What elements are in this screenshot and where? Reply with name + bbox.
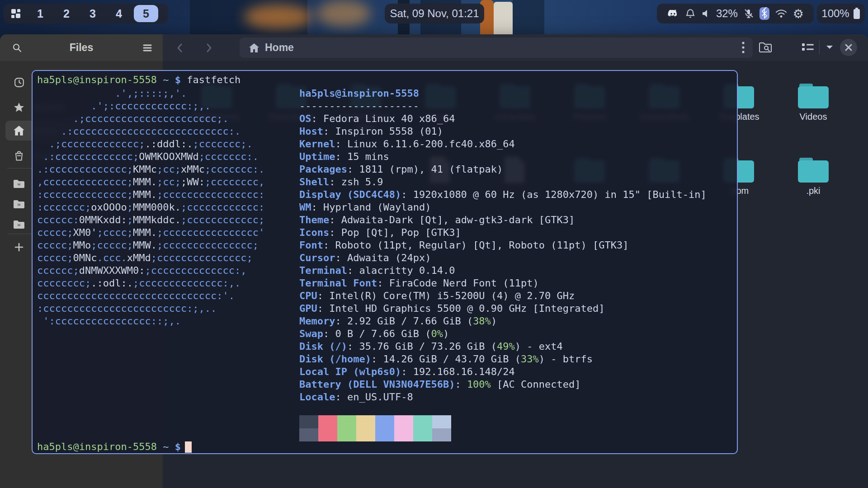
clock-label: Sat, 09 Nov, 01:21 [390, 7, 479, 20]
folder-icon [779, 83, 847, 109]
battery-icon [853, 8, 860, 19]
header-bar: Home [163, 34, 868, 61]
volume-icon[interactable] [702, 9, 711, 18]
toolbar-divider [819, 41, 820, 54]
battery-level: 100% [821, 7, 849, 20]
home-icon [249, 43, 259, 53]
palette-swatch-1 [299, 415, 318, 441]
terminal-prompt-line-2: ha5pls@inspiron-5558 ~ $ [37, 441, 192, 453]
palette-swatch-3 [337, 415, 356, 441]
workspace-4[interactable]: 4 [108, 7, 130, 20]
workspace-list: 12345 [25, 5, 162, 22]
fastfetch-logo: .',;::::;,'. .';:cccccccccccc:;,. .;cccc… [37, 87, 264, 328]
folder-item-videos[interactable]: Videos [779, 83, 847, 122]
volume-level: 32% [716, 7, 738, 20]
trash-icon [5, 150, 33, 162]
notification-bell-icon[interactable] [684, 8, 696, 19]
folder-icon [779, 157, 847, 183]
workspace-1[interactable]: 1 [29, 7, 52, 20]
clock-icon [5, 77, 33, 88]
terminal-window[interactable]: ha5pls@inspiron-5558 ~ $ fastfetch .',;:… [32, 70, 738, 454]
workspace-2[interactable]: 2 [55, 7, 78, 20]
workspace-5[interactable]: 5 [134, 5, 158, 22]
item-label: Videos [779, 112, 847, 122]
home-icon [5, 125, 33, 136]
fastfetch-info: ha5pls@inspiron-5558 -------------------… [299, 87, 707, 404]
sidebar-divider [7, 168, 33, 169]
clock-pill[interactable]: Sat, 09 Nov, 01:21 [385, 4, 484, 23]
bfolder-icon [5, 199, 33, 209]
plus-icon [5, 242, 33, 252]
wifi-icon[interactable] [775, 8, 788, 19]
top-bar: 12345 Sat, 09 Nov, 01:21 32% [0, 0, 868, 27]
files-app-title: Files [0, 42, 163, 54]
palette-swatch-7 [413, 415, 432, 441]
files-header: Files Home [0, 34, 868, 61]
folder-item--pki[interactable]: .pki [779, 157, 847, 196]
item-label: .pki [779, 186, 847, 196]
terminal-prompt-line: ha5pls@inspiron-5558 ~ $ fastfetch [37, 74, 241, 86]
discord-icon[interactable] [667, 8, 679, 20]
desktop: 12345 Sat, 09 Nov, 01:21 32% [0, 0, 868, 488]
battery-pill[interactable]: 100% [817, 4, 865, 23]
microphone-muted-icon[interactable] [743, 8, 754, 19]
path-tab-home[interactable]: Home [240, 38, 753, 58]
sidebar-header: Files [0, 34, 163, 61]
kebab-menu-icon[interactable] [741, 40, 745, 55]
search-folder-icon[interactable] [759, 42, 772, 53]
system-tray: 32% ⚙ [657, 4, 814, 23]
list-view-icon[interactable] [801, 42, 815, 52]
bfolder-icon [5, 220, 33, 230]
palette-swatch-8 [432, 415, 451, 441]
window-close-button[interactable] [840, 39, 857, 56]
terminal-color-palette [299, 415, 451, 441]
path-tab-label: Home [265, 42, 294, 54]
bluetooth-icon[interactable] [760, 7, 769, 20]
star-icon [5, 102, 33, 113]
settings-gear-icon[interactable]: ⚙ [793, 8, 804, 20]
app-grid-icon[interactable] [10, 8, 22, 19]
view-options-chevron-icon[interactable] [825, 42, 835, 52]
palette-swatch-6 [394, 415, 413, 441]
bfolder-icon [5, 179, 33, 189]
back-button[interactable] [173, 41, 187, 55]
terminal-cursor [185, 441, 192, 453]
forward-button[interactable] [202, 41, 216, 55]
palette-swatch-2 [318, 415, 337, 441]
hamburger-menu-icon[interactable] [142, 43, 153, 52]
workspaces-pill: 12345 [4, 4, 168, 23]
workspace-3[interactable]: 3 [81, 7, 104, 20]
palette-swatch-4 [356, 415, 375, 441]
palette-swatch-5 [375, 415, 394, 441]
